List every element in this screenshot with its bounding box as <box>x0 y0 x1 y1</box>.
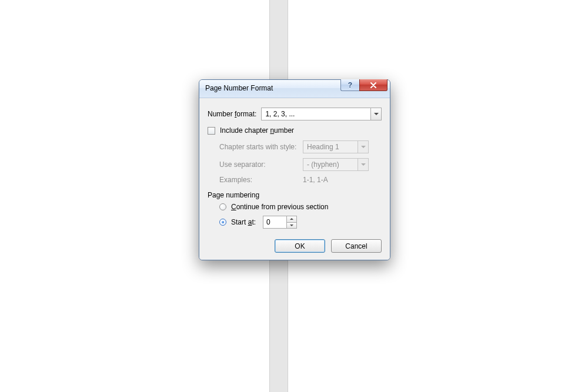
chapter-starts-dropdown: Heading 1 <box>303 140 369 153</box>
include-chapter-number-checkbox[interactable] <box>208 127 215 135</box>
help-button[interactable]: ? <box>340 79 359 91</box>
number-format-dropdown-button[interactable] <box>370 108 381 120</box>
chapter-starts-label: Chapter starts with style: <box>219 143 303 151</box>
separator-row: Use separator: - (hyphen) <box>219 158 382 171</box>
chevron-down-icon <box>361 146 366 148</box>
examples-row: Examples: 1-1, 1-A <box>219 176 382 184</box>
number-format-label: Number format: <box>208 110 256 118</box>
close-icon <box>370 82 377 88</box>
page-numbering-label: Page numbering <box>208 191 382 199</box>
cancel-button[interactable]: Cancel <box>331 239 382 253</box>
continue-previous-label: Continue from previous section <box>231 203 328 211</box>
examples-label: Examples: <box>219 176 303 184</box>
titlebar-button-group: ? <box>340 79 387 91</box>
continue-previous-radio[interactable] <box>219 203 226 210</box>
start-at-value[interactable]: 0 <box>263 216 286 228</box>
start-at-spinner[interactable]: 0 <box>263 216 297 229</box>
page-numbering-group: Page numbering Continue from previous se… <box>208 184 382 229</box>
spinner-down-button[interactable] <box>287 222 296 229</box>
page-number-format-dialog: Page Number Format ? Number format: 1, 2… <box>199 79 390 260</box>
chevron-down-icon <box>361 163 366 166</box>
number-format-value: 1, 2, 3, ... <box>262 110 370 118</box>
chapter-starts-row: Chapter starts with style: Heading 1 <box>219 140 382 153</box>
number-format-dropdown[interactable]: 1, 2, 3, ... <box>261 108 382 120</box>
dialog-title: Page Number Format <box>205 84 273 92</box>
number-format-row: Number format: 1, 2, 3, ... <box>208 108 382 120</box>
ok-button[interactable]: OK <box>275 239 325 253</box>
chevron-down-icon <box>374 113 379 115</box>
separator-dropdown: - (hyphen) <box>303 158 369 171</box>
start-at-radio[interactable] <box>219 219 226 226</box>
help-icon: ? <box>348 81 352 89</box>
close-button[interactable] <box>359 79 387 91</box>
chapter-details: Chapter starts with style: Heading 1 Use… <box>219 140 382 184</box>
examples-value: 1-1, 1-A <box>303 176 328 184</box>
continue-previous-row: Continue from previous section <box>219 203 382 211</box>
start-at-label: Start at: <box>231 218 258 226</box>
chevron-down-icon <box>290 225 293 226</box>
spinner-up-button[interactable] <box>287 216 296 222</box>
dialog-footer: OK Cancel <box>208 239 382 253</box>
chapter-starts-value: Heading 1 <box>303 143 358 151</box>
separator-label: Use separator: <box>219 160 303 169</box>
separator-dropdown-button <box>358 159 368 170</box>
include-chapter-row: Include chapter number <box>208 126 382 135</box>
chapter-starts-dropdown-button <box>358 141 368 153</box>
separator-value: - (hyphen) <box>303 160 358 169</box>
ok-button-label: OK <box>295 242 305 250</box>
include-chapter-number-label: Include chapter number <box>220 126 294 135</box>
spinner-buttons <box>286 216 296 228</box>
titlebar[interactable]: Page Number Format ? <box>199 80 390 98</box>
cancel-button-label: Cancel <box>345 242 367 250</box>
dialog-client-area: Number format: 1, 2, 3, ... Include chap… <box>199 98 390 260</box>
chevron-up-icon <box>290 218 293 220</box>
start-at-row: Start at: 0 <box>219 216 382 229</box>
